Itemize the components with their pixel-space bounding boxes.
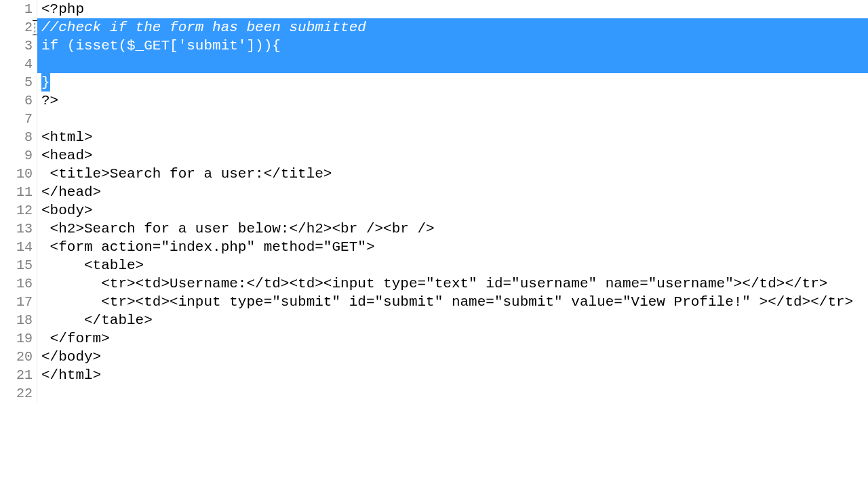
code-line[interactable]: 21 </html> (0, 366, 868, 384)
code-line[interactable]: 19 </form> (0, 329, 868, 348)
code-content[interactable]: </html> (37, 366, 868, 384)
code-content[interactable]: </form> (37, 329, 868, 348)
line-number: 3 (0, 37, 37, 55)
code-content[interactable]: <tr><td><input type="submit" id="submit"… (37, 293, 868, 311)
line-number: 13 (0, 220, 37, 238)
line-number: 2 (0, 18, 37, 37)
line-number: 22 (0, 384, 37, 403)
code-content[interactable]: <body> (37, 201, 868, 220)
code-content[interactable]: <table> (37, 256, 868, 274)
code-line[interactable]: 8 <html> (0, 128, 868, 146)
code-line[interactable]: 17 <tr><td><input type="submit" id="subm… (0, 293, 868, 311)
code-content[interactable]: <h2>Search for a user below:</h2><br /><… (37, 220, 868, 238)
line-number: 7 (0, 110, 37, 128)
code-line[interactable]: 20 </body> (0, 348, 868, 366)
line-number: 16 (0, 274, 37, 293)
code-line[interactable]: 7 (0, 110, 868, 128)
code-content[interactable]: </head> (37, 183, 868, 201)
code-line[interactable]: 12 <body> (0, 201, 868, 220)
code-content[interactable]: </table> (37, 311, 868, 329)
code-line[interactable]: 15 <table> (0, 256, 868, 274)
code-editor[interactable]: 1 <?php 2 //check if the form has been s… (0, 0, 868, 403)
code-content[interactable] (37, 55, 868, 73)
code-line[interactable]: 1 <?php (0, 0, 868, 18)
code-line[interactable]: 16 <tr><td>Username:</td><td><input type… (0, 274, 868, 293)
code-line[interactable]: 5 } (0, 73, 868, 92)
code-content[interactable]: ?> (37, 92, 868, 110)
code-content[interactable] (37, 110, 868, 128)
code-content[interactable]: <head> (37, 146, 868, 165)
code-line[interactable]: 4 (0, 55, 868, 73)
code-line[interactable]: 22 (0, 384, 868, 403)
code-content[interactable]: if (isset($_GET['submit'])){ (37, 37, 868, 55)
code-content[interactable]: //check if the form has been submitted (37, 18, 868, 37)
code-line[interactable]: 14 <form action="index.php" method="GET"… (0, 238, 868, 256)
code-line[interactable]: 13 <h2>Search for a user below:</h2><br … (0, 220, 868, 238)
code-line[interactable]: 3 if (isset($_GET['submit'])){ (0, 37, 868, 55)
code-content[interactable]: <?php (37, 0, 868, 18)
line-number: 14 (0, 238, 37, 256)
line-number: 8 (0, 128, 37, 146)
line-number: 6 (0, 92, 37, 110)
code-line[interactable]: 6 ?> (0, 92, 868, 110)
code-line[interactable]: 9 <head> (0, 146, 868, 165)
code-content[interactable]: } (37, 73, 868, 92)
code-line[interactable]: 18 </table> (0, 311, 868, 329)
line-number: 19 (0, 329, 37, 348)
code-content[interactable]: <title>Search for a user:</title> (37, 165, 868, 183)
line-number: 10 (0, 165, 37, 183)
code-content[interactable]: <form action="index.php" method="GET"> (37, 238, 868, 256)
code-line[interactable]: 10 <title>Search for a user:</title> (0, 165, 868, 183)
code-content[interactable]: <tr><td>Username:</td><td><input type="t… (37, 274, 868, 293)
code-content[interactable]: </body> (37, 348, 868, 366)
line-number: 21 (0, 366, 37, 384)
code-line[interactable]: 11 </head> (0, 183, 868, 201)
line-number: 18 (0, 311, 37, 329)
line-number: 12 (0, 201, 37, 220)
code-content[interactable] (37, 384, 868, 403)
line-number: 17 (0, 293, 37, 311)
line-number: 9 (0, 146, 37, 165)
code-line[interactable]: 2 //check if the form has been submitted (0, 18, 868, 37)
line-number: 5 (0, 73, 37, 92)
line-number: 15 (0, 256, 37, 274)
code-content[interactable]: <html> (37, 128, 868, 146)
line-number: 4 (0, 55, 37, 73)
line-number: 1 (0, 0, 37, 18)
line-number: 11 (0, 183, 37, 201)
line-number: 20 (0, 348, 37, 366)
